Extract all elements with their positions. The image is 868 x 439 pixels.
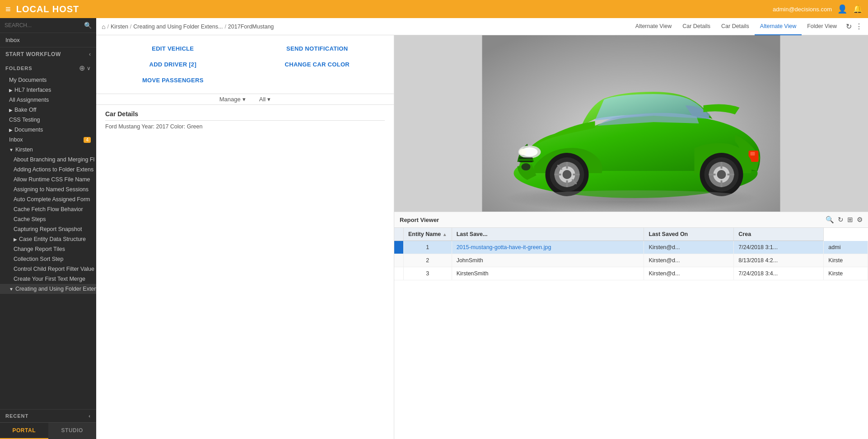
studio-tab[interactable]: STUDIO <box>48 423 97 439</box>
user-icon[interactable]: 👤 <box>837 4 847 14</box>
report-table-row-1[interactable]: 2JohnSmithKirsten@d...8/13/2018 4:2...Ki… <box>394 254 868 267</box>
breadcrumb-tab-4[interactable]: Folder View <box>802 18 842 35</box>
entity-link-0[interactable]: 2015-mustang-gotta-have-it-green.jpg <box>457 244 551 250</box>
breadcrumb-tabs-area: Alternate ViewCar DetailsCar DetailsAlte… <box>630 18 863 35</box>
car-details-text: Ford Mustang Year: 2017 Color: Green <box>105 123 385 130</box>
row-last-save-2: Kirsten@d... <box>644 267 734 280</box>
settings-report-icon[interactable]: ⚙ <box>857 216 863 224</box>
tree-item-label-8: About Branching and Merging Fl <box>14 156 94 163</box>
report-viewer-actions: 🔍 ↻ ⊞ ⚙ <box>826 216 863 224</box>
breadcrumb-tab-3[interactable]: Alternate View <box>755 18 802 35</box>
row-num-1: 2 <box>404 254 452 267</box>
sidebar-tree-item-7[interactable]: ▼Kirsten <box>0 145 96 155</box>
car-details-title: Car Details <box>105 110 385 121</box>
svg-rect-7 <box>519 161 533 162</box>
car-image-area <box>394 35 868 212</box>
folders-chevron[interactable]: ∨ <box>87 65 91 71</box>
search-bar: 🔍 <box>0 18 96 33</box>
tree-arrow-1: ▶ <box>9 88 13 93</box>
hamburger-icon[interactable]: ≡ <box>5 4 11 14</box>
tree-item-label-4: CSS Testing <box>9 117 40 123</box>
report-table-row-2[interactable]: 3KirstenSmithKirsten@d...7/24/2018 3:4..… <box>394 267 868 280</box>
sidebar-tree-item-1[interactable]: ▶HL7 Interfaces <box>0 85 96 95</box>
sidebar-tree-item-15[interactable]: Capturing Report Snapshot <box>0 224 96 234</box>
sidebar-tree-item-8[interactable]: About Branching and Merging Fl <box>0 155 96 165</box>
tree-item-label-3: Bake Off <box>14 107 36 113</box>
sidebar-inbox[interactable]: Inbox <box>0 33 96 47</box>
row-bar-0 <box>394 241 404 254</box>
grid-report-icon[interactable]: ⊞ <box>847 216 853 224</box>
row-last-save-0: Kirsten@d... <box>644 241 734 254</box>
row-last-saved-on-1: 8/13/2018 4:2... <box>734 254 824 267</box>
add-driver-button[interactable]: ADD DRIVER [2] <box>105 58 241 71</box>
all-dropdown[interactable]: All ▾ <box>259 96 271 103</box>
sidebar-tree-item-4[interactable]: CSS Testing <box>0 115 96 125</box>
edit-vehicle-button[interactable]: EDIT VEHICLE <box>105 42 241 55</box>
row-created-2: Kirste <box>824 267 868 280</box>
tree-arrow-3: ▶ <box>9 108 13 113</box>
bell-icon[interactable]: 🔔 <box>853 4 863 14</box>
sidebar-tree-item-10[interactable]: Allow Runtime CSS File Name <box>0 175 96 184</box>
row-entity-name-0[interactable]: 2015-mustang-gotta-have-it-green.jpg <box>452 241 644 254</box>
sidebar-tree-item-19[interactable]: Control Child Report Filter Value <box>0 264 96 274</box>
sidebar-tree-item-21[interactable]: ▼Creating and Using Folder Exten <box>0 284 96 294</box>
sidebar-tree-item-13[interactable]: Cache Fetch Flow Behavior <box>0 204 96 214</box>
row-num-2: 3 <box>404 267 452 280</box>
sidebar-tree-item-5[interactable]: ▶Documents <box>0 125 96 135</box>
row-entity-name-2: KirstenSmith <box>452 267 644 280</box>
sidebar-tree-item-6[interactable]: Inbox4 <box>0 135 96 145</box>
row-created-0: admi <box>824 241 868 254</box>
sidebar-tree: My Documents▶HL7 InterfacesAll Assignmen… <box>0 75 96 409</box>
sidebar-tree-item-2[interactable]: All Assignments <box>0 95 96 105</box>
sidebar-tree-item-0[interactable]: My Documents <box>0 75 96 85</box>
report-col-header-2[interactable]: Last Save... <box>452 228 644 241</box>
breadcrumb-item-1[interactable]: Creating and Using Folder Extens... <box>133 24 223 30</box>
tree-item-label-21: Creating and Using Folder Exten <box>15 286 96 292</box>
sidebar-tree-item-14[interactable]: Cache Steps <box>0 214 96 224</box>
breadcrumb-home-icon[interactable]: ⌂ <box>102 23 105 30</box>
report-table-row-0[interactable]: 12015-mustang-gotta-have-it-green.jpgKir… <box>394 241 868 254</box>
refresh-report-icon[interactable]: ↻ <box>838 216 844 224</box>
more-icon[interactable]: ⋮ <box>855 22 863 31</box>
change-car-color-button[interactable]: CHANGE CAR COLOR <box>250 58 385 71</box>
send-notification-button[interactable]: SEND NOTIFICATION <box>250 42 385 55</box>
recent-chevron[interactable]: ‹ <box>89 413 91 419</box>
refresh-icon[interactable]: ↻ <box>846 22 852 31</box>
start-workflow-section[interactable]: START WORKFLOW ‹ <box>0 47 96 61</box>
sidebar-tree-item-17[interactable]: Change Report Tiles <box>0 244 96 254</box>
tree-item-label-16: Case Entity Data Structure <box>19 236 86 242</box>
sidebar-tree-item-16[interactable]: ▶Case Entity Data Structure <box>0 234 96 244</box>
svg-point-8 <box>522 163 531 170</box>
breadcrumb-tab-1[interactable]: Car Details <box>677 18 716 35</box>
breadcrumb-item-2[interactable]: 2017FordMustang <box>228 24 274 30</box>
report-col-header-1[interactable]: Entity Name ▲ <box>404 228 452 241</box>
search-input[interactable] <box>5 22 84 28</box>
header-right: admin@decisions.com 👤 🔔 <box>773 4 863 14</box>
action-buttons: EDIT VEHICLE SEND NOTIFICATION ADD DRIVE… <box>96 35 394 94</box>
svg-rect-6 <box>519 157 533 159</box>
move-passengers-button[interactable]: MOVE PASSENGERS <box>105 74 241 86</box>
sidebar-tree-item-20[interactable]: Create Your First Text Merge <box>0 274 96 284</box>
sidebar-tree-item-9[interactable]: Adding Actions to Folder Extens <box>0 165 96 175</box>
breadcrumb-tab-2[interactable]: Car Details <box>716 18 755 35</box>
tree-item-label-5: Documents <box>14 127 43 133</box>
breadcrumb-tab-0[interactable]: Alternate View <box>630 18 677 35</box>
folders-add-button[interactable]: ⊕ <box>79 64 85 72</box>
search-report-icon[interactable]: 🔍 <box>826 216 834 224</box>
report-col-header-3[interactable]: Last Saved On <box>644 228 734 241</box>
breadcrumb-bar: ⌂ / Kirsten / Creating and Using Folder … <box>96 18 868 35</box>
portal-tab[interactable]: PORTAL <box>0 423 48 439</box>
sidebar-tree-item-11[interactable]: Assigning to Named Sessions <box>0 184 96 194</box>
sidebar-tree-item-3[interactable]: ▶Bake Off <box>0 105 96 115</box>
report-col-header-4[interactable]: Crea <box>734 228 824 241</box>
manage-dropdown[interactable]: Manage ▾ <box>219 96 246 103</box>
report-viewer-title: Report Viewer <box>400 217 439 223</box>
sidebar-tree-item-18[interactable]: Collection Sort Step <box>0 254 96 264</box>
sidebar-tree-item-12[interactable]: Auto Complete Assigned Form <box>0 194 96 204</box>
tree-arrow-21: ▼ <box>9 287 14 292</box>
breadcrumb-item-0[interactable]: Kirsten <box>111 24 128 30</box>
report-col-header-0[interactable] <box>394 228 404 241</box>
svg-point-15 <box>563 170 572 179</box>
report-viewer: Report Viewer 🔍 ↻ ⊞ ⚙ Entity Name ▲Last … <box>394 212 868 439</box>
tree-item-label-19: Control Child Report Filter Value <box>14 266 94 272</box>
